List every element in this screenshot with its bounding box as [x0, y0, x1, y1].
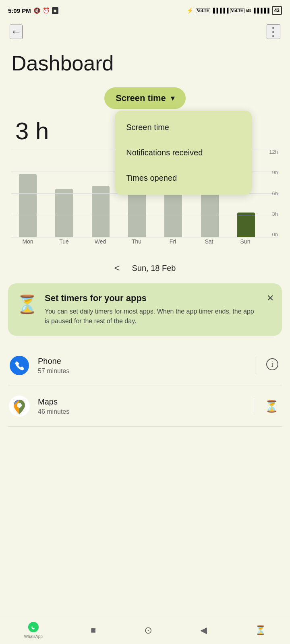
bottom-nav: WhatsApp ■ ⊙ ◀ ⏳: [0, 616, 290, 644]
bar-fri: [164, 192, 182, 237]
signal-icons: VoLTE ▐▐▐▐▐ VoLTE 5G ▐▐▐▐▐: [196, 8, 269, 13]
day-labels: MonTueWedThuFriSatSun: [11, 238, 279, 245]
dropdown-menu: Screen time Notifications received Times…: [115, 111, 252, 195]
bar-group-wed: [84, 149, 117, 237]
more-button[interactable]: ⋮: [267, 24, 280, 39]
top-nav: ← ⋮: [0, 20, 290, 43]
dropdown-container: Screen time ▾ Screen time Notifications …: [0, 87, 290, 109]
dropdown-arrow-icon: ▾: [171, 94, 174, 103]
stop-icon: ■: [52, 7, 58, 14]
phone-info-button[interactable]: i: [263, 355, 282, 377]
dropdown-option-screen-time[interactable]: Screen time: [115, 115, 252, 140]
bar-group-tue: [48, 149, 81, 237]
status-time: 5:09 PM: [8, 7, 31, 14]
timer-title: Set timers for your apps: [45, 293, 260, 303]
bottom-nav-whatsapp-label: WhatsApp: [24, 634, 43, 639]
bluetooth-icon: ⚡: [186, 7, 193, 14]
chart-y-labels: 12h 9h 6h 3h 0h: [269, 149, 279, 237]
y-label-12h: 12h: [269, 149, 279, 155]
mute-icon: 🔇: [33, 7, 40, 14]
status-bar: 5:09 PM 🔇 ⏰ ■ ⚡ VoLTE ▐▐▐▐▐ VoLTE 5G ▐▐▐…: [0, 0, 290, 20]
maps-timer-button[interactable]: ⏳: [261, 396, 282, 416]
day-label-mon: Mon: [11, 238, 44, 245]
maps-app-icon: [8, 395, 31, 417]
y-label-9h: 9h: [269, 169, 279, 175]
home-circle-icon: ⊙: [144, 625, 152, 636]
y-label-6h: 6h: [269, 190, 279, 196]
bottom-nav-square[interactable]: ■: [91, 625, 96, 636]
dropdown-label: Screen time: [116, 93, 166, 103]
status-left: 5:09 PM 🔇 ⏰ ■: [8, 7, 58, 14]
bar-sun: [237, 213, 255, 237]
maps-app-time: 46 minutes: [38, 408, 246, 415]
day-label-sat: Sat: [193, 238, 226, 245]
timer-hourglass-icon: ⏳: [16, 294, 38, 315]
battery-indicator: 43: [272, 6, 282, 15]
day-label-tue: Tue: [48, 238, 81, 245]
list-item: Phone 57 minutes i: [8, 345, 282, 386]
date-nav: < Sun, 18 Feb: [0, 253, 290, 280]
bar-mon: [19, 174, 37, 237]
bar-tue: [55, 189, 73, 237]
svg-point-4: [17, 403, 22, 408]
dropdown-option-notifications[interactable]: Notifications received: [115, 140, 252, 165]
maps-app-name: Maps: [38, 397, 246, 407]
maps-app-info: Maps 46 minutes: [38, 397, 246, 415]
page-title: Dashboard: [0, 43, 290, 87]
y-label-0h: 0h: [269, 231, 279, 237]
timer-banner: ⏳ Set timers for your apps You can set d…: [8, 283, 282, 336]
back-triangle-icon: ◀: [200, 625, 207, 636]
bottom-nav-home[interactable]: ⊙: [144, 625, 152, 636]
bottom-nav-whatsapp[interactable]: WhatsApp: [24, 621, 43, 639]
bottom-nav-timer[interactable]: ⏳: [255, 625, 266, 636]
dropdown-option-times-opened[interactable]: Times opened: [115, 165, 252, 191]
y-label-3h: 3h: [269, 211, 279, 217]
date-label: Sun, 18 Feb: [132, 264, 176, 273]
day-label-wed: Wed: [84, 238, 117, 245]
timer-text: Set timers for your apps You can set dai…: [45, 293, 260, 326]
square-icon: ■: [91, 625, 96, 636]
back-button[interactable]: ←: [10, 25, 23, 39]
svg-text:i: i: [271, 360, 273, 368]
bar-group-mon: [11, 149, 44, 237]
list-item: Maps 46 minutes ⏳: [8, 386, 282, 427]
app-list: Phone 57 minutes i Maps 46 mi: [0, 345, 290, 427]
phone-app-time: 57 minutes: [38, 367, 248, 375]
svg-point-0: [10, 356, 29, 375]
phone-app-info: Phone 57 minutes: [38, 357, 248, 375]
status-right: ⚡ VoLTE ▐▐▐▐▐ VoLTE 5G ▐▐▐▐▐ 43: [186, 6, 282, 15]
phone-app-icon: [8, 354, 31, 377]
date-prev-button[interactable]: <: [114, 262, 120, 274]
day-label-thu: Thu: [120, 238, 153, 245]
day-label-fri: Fri: [156, 238, 189, 245]
timer-description: You can set daily timers for most apps. …: [45, 307, 260, 326]
divider: [255, 357, 255, 374]
divider: [254, 397, 254, 415]
bar-wed: [92, 186, 110, 237]
phone-app-name: Phone: [38, 357, 248, 366]
alarm-icon: ⏰: [43, 7, 50, 14]
timer-nav-icon: ⏳: [255, 625, 266, 636]
screen-time-dropdown[interactable]: Screen time ▾: [104, 87, 186, 109]
bottom-nav-back[interactable]: ◀: [200, 625, 207, 636]
timer-close-button[interactable]: ✕: [267, 293, 274, 303]
day-label-sun: Sun: [229, 238, 262, 245]
